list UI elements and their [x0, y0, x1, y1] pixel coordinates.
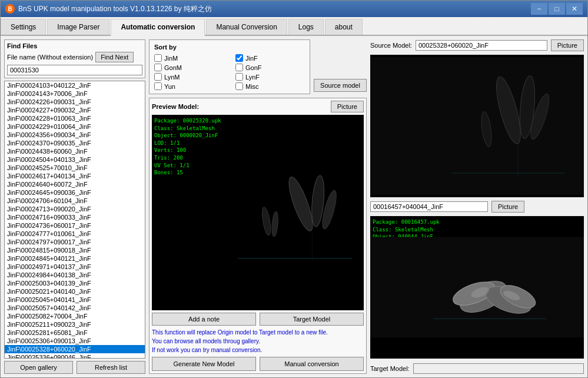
list-item[interactable]: JinF\00024736+060017_JinF [5, 221, 145, 230]
file-list: JinF\00024103+040122_JinFJinF\00024143+7… [5, 81, 145, 359]
generate-row: Generate New Model Manual conversion [152, 357, 364, 371]
jinf-checkbox[interactable] [235, 54, 243, 62]
sort-gonm[interactable]: GonM [154, 64, 224, 71]
source-model-label: Source Model: [370, 42, 412, 49]
list-item[interactable]: JinF\00024971+040137_JinF [5, 263, 145, 271]
sort-grid: JinM JinF GonM GonF LynM [154, 54, 305, 90]
tab-manual-conversion[interactable]: Manual Conversion [206, 19, 287, 35]
gonf-checkbox[interactable] [235, 64, 243, 71]
list-item[interactable]: JinF\00024797+090017_JinF [5, 238, 145, 246]
list-item[interactable]: JinF\00025281+65081_JinF [5, 329, 145, 337]
target-model-button[interactable]: Target Model [260, 313, 364, 326]
sort-gonf[interactable]: GonF [235, 64, 305, 71]
source-picture-button[interactable]: Picture [551, 39, 584, 51]
source-model-input[interactable] [416, 40, 547, 51]
main-window: B BnS UPK model manipulation tools V1.0.… [0, 0, 588, 378]
right-panel: Source Model: Picture Package: 00025320.… [370, 39, 584, 374]
list-item[interactable]: JinF\00024438+60060_JinF [5, 147, 145, 155]
list-item[interactable]: JinF\00024525+70010_JinF [5, 164, 145, 172]
list-item[interactable]: JinF\00024617+040134_JinF [5, 172, 145, 180]
list-item[interactable]: JinF\00025021+040140_JinF [5, 287, 145, 296]
list-item[interactable]: JinF\00024716+090033_JinF [5, 213, 145, 221]
search-input[interactable] [7, 65, 142, 75]
list-item[interactable]: JinF\00024640+60072_JinF [5, 180, 145, 188]
list-item[interactable]: JinF\00024815+090018_JinF [5, 246, 145, 254]
lynf-checkbox[interactable] [235, 73, 243, 81]
list-item[interactable]: JinF\00024984+040138_JinF [5, 271, 145, 279]
top-3d-svg [370, 55, 584, 197]
list-item[interactable]: JinF\00024777+010061_JinF [5, 230, 145, 238]
sort-lynf[interactable]: LynF [235, 73, 305, 81]
window-controls: − □ ✕ [531, 3, 583, 15]
list-item[interactable]: JinF\00024845+040121_JinF [5, 254, 145, 263]
tab-bar: Settings Image Parser Automatic conversi… [1, 17, 587, 36]
add-note-button[interactable]: Add a note [152, 313, 256, 326]
sort-misc[interactable]: Misc [235, 82, 305, 90]
preview-actions: Add a note Target Model [152, 313, 364, 326]
list-item[interactable]: JinF\00024706+60104_JinF [5, 197, 145, 205]
list-item[interactable]: JinF\00025306+090013_JinF [5, 337, 145, 345]
tab-automatic-conversion[interactable]: Automatic conversion [111, 19, 205, 36]
source-model-button[interactable]: Source model [314, 79, 367, 92]
tab-logs[interactable]: Logs [288, 19, 324, 35]
sort-yun[interactable]: Yun [154, 82, 224, 90]
list-item[interactable]: JinF\00025045+040141_JinF [5, 296, 145, 304]
generate-new-model-button[interactable]: Generate New Model [152, 357, 256, 371]
left-panel: Find Files File name (Without extension)… [4, 39, 145, 374]
close-button[interactable]: ✕ [566, 3, 583, 15]
target-model-label: Target Model: [370, 365, 410, 372]
tab-image-parser[interactable]: Image Parser [47, 19, 109, 35]
maximize-button[interactable]: □ [549, 3, 565, 15]
find-files-title: Find Files [7, 42, 142, 49]
bottom-model-preview: Package: 00016457.upk Class: SkeletalMes… [370, 216, 584, 359]
title-bar: B BnS UPK model manipulation tools V1.0.… [1, 1, 587, 17]
manual-conversion-button[interactable]: Manual conversion [260, 357, 364, 371]
list-item[interactable]: JinF\00024227+090032_JinF [5, 106, 145, 114]
minimize-button[interactable]: − [531, 3, 547, 15]
app-icon: B [5, 4, 15, 14]
list-item[interactable]: JinF\00024228+010063_JinF [5, 114, 145, 122]
yun-checkbox[interactable] [154, 82, 162, 90]
sort-jinm[interactable]: JinM [154, 54, 224, 62]
list-item[interactable]: JinF\00024229+010064_JinF [5, 122, 145, 131]
preview-3d-svg [152, 115, 364, 310]
refresh-list-button[interactable]: Refresh list [77, 361, 145, 374]
misc-checkbox[interactable] [235, 82, 243, 90]
find-files-box: Find Files File name (Without extension)… [4, 39, 145, 78]
list-item[interactable]: JinF\00025003+040139_JinF [5, 279, 145, 287]
find-next-button[interactable]: Find Next [95, 52, 134, 62]
list-item[interactable]: JinF\00025328+060020_JinF [5, 345, 145, 353]
second-picture-button[interactable]: Picture [491, 201, 524, 213]
list-item[interactable]: JinF\00025057+040142_JinF [5, 304, 145, 312]
list-item[interactable]: JinF\00024226+090031_JinF [5, 98, 145, 106]
lynm-checkbox[interactable] [154, 73, 162, 81]
list-item[interactable]: JinF\00024370+090035_JinF [5, 139, 145, 147]
bottom-3d-svg [370, 216, 584, 359]
target-row: Target Model: [370, 363, 584, 374]
preview-box: Preview Model: Picture Package: 00025320… [149, 98, 367, 374]
preview-model-label: Preview Model: [152, 103, 199, 110]
second-model-input[interactable] [370, 201, 488, 212]
open-gallery-button[interactable]: Open gallery [4, 361, 73, 374]
tab-about[interactable]: about [325, 19, 363, 35]
list-item[interactable]: JinF\00024645+090036_JinF [5, 188, 145, 197]
svg-rect-7 [370, 57, 584, 195]
list-item[interactable]: JinF\00024143+70006_JinF [5, 89, 145, 98]
gonm-checkbox[interactable] [154, 64, 162, 71]
preview-picture-button[interactable]: Picture [331, 101, 364, 112]
list-item[interactable]: JinF\00024504+040133_JinF [5, 155, 145, 164]
sort-lynm[interactable]: LynM [154, 73, 224, 81]
list-item[interactable]: JinF\00025082+70004_JinF [5, 312, 145, 320]
list-item[interactable]: JinF\00024356+090034_JinF [5, 131, 145, 139]
list-item[interactable]: JinF\00024713+090020_JinF [5, 205, 145, 213]
list-item[interactable]: JinF\00025211+090023_JinF [5, 320, 145, 329]
file-list-container[interactable]: JinF\00024103+040122_JinFJinF\00024143+7… [4, 81, 145, 359]
preview-title: Preview Model: Picture [152, 101, 364, 112]
list-item[interactable]: JinF\00024103+040122_JinF [5, 81, 145, 89]
sort-jinf[interactable]: JinF [235, 54, 305, 62]
info-line2: You can browse all models throug gallery… [152, 337, 364, 346]
tab-settings[interactable]: Settings [1, 19, 46, 35]
list-item[interactable]: JinF\00025336+090046_JinF [5, 353, 145, 359]
file-name-label: File name (Without extension) [7, 54, 93, 61]
jinm-checkbox[interactable] [154, 54, 162, 62]
